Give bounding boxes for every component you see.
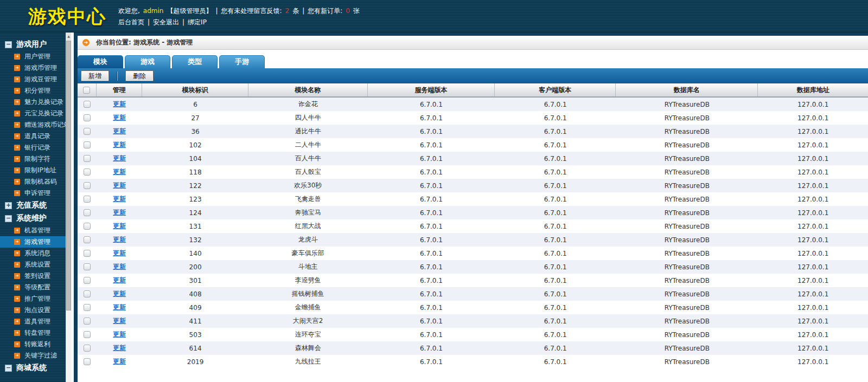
update-link[interactable]: 更新 — [113, 209, 126, 216]
sidebar-entry[interactable]: ➜ 元宝兑换记录 — [0, 108, 66, 119]
client-version: 6.7.0.1 — [495, 236, 616, 244]
row-checkbox[interactable] — [84, 128, 91, 135]
update-link[interactable]: 更新 — [113, 222, 126, 230]
row-checkbox[interactable] — [84, 250, 91, 257]
row-checkbox[interactable] — [84, 182, 91, 189]
sidebar-entry-icon: ➜ — [14, 228, 20, 234]
delete-button[interactable]: 删除 — [125, 70, 154, 81]
db-host: 127.0.0.1 — [758, 263, 868, 271]
add-button[interactable]: 新增 — [81, 70, 109, 81]
row-check-cell — [78, 114, 97, 121]
row-checkbox[interactable] — [84, 209, 91, 216]
sidebar-entry[interactable]: ➜ 限制IP地址 — [0, 165, 66, 176]
update-link[interactable]: 更新 — [113, 358, 126, 365]
row-check-cell — [78, 155, 97, 162]
tab[interactable]: 游戏 — [125, 55, 170, 68]
sidebar-entry[interactable]: ➜ 系统设置 — [0, 259, 66, 270]
sidebar-entry[interactable]: ➜ 魅力兑换记录 — [0, 96, 66, 108]
update-link[interactable]: 更新 — [113, 290, 126, 297]
client-version: 6.7.0.1 — [495, 290, 616, 298]
client-version: 6.7.0.1 — [495, 250, 616, 257]
tab[interactable]: 类型 — [172, 55, 218, 68]
home-link[interactable]: 后台首页 — [118, 17, 144, 28]
update-link[interactable]: 更新 — [113, 114, 126, 121]
row-checkbox[interactable] — [84, 345, 91, 352]
update-link[interactable]: 更新 — [113, 331, 126, 338]
sidebar-entry[interactable]: − 商城系统 — [0, 361, 66, 374]
row-checkbox[interactable] — [84, 236, 91, 243]
sidebar-entry[interactable]: ➜ 转账返利 — [0, 339, 66, 350]
bind-ip-link[interactable]: 绑定IP — [188, 17, 207, 28]
sidebar-entry[interactable]: ➜ 用户管理 — [0, 51, 66, 62]
row-checkbox[interactable] — [84, 290, 91, 297]
row-checkbox[interactable] — [84, 358, 91, 365]
row-checkbox[interactable] — [84, 141, 91, 148]
update-link[interactable]: 更新 — [113, 100, 126, 108]
sidebar-entry[interactable]: ➜ 推广管理 — [0, 293, 66, 305]
module-id: 409 — [142, 304, 248, 312]
sidebar-entry[interactable]: ➜ 系统消息 — [0, 248, 66, 259]
scrollbar-thumb[interactable] — [66, 41, 71, 310]
client-version: 6.7.0.1 — [495, 277, 616, 284]
update-link[interactable]: 更新 — [113, 236, 126, 243]
row-checkbox[interactable] — [84, 169, 91, 176]
row-checkbox[interactable] — [84, 101, 91, 108]
update-link[interactable]: 更新 — [113, 303, 126, 311]
db-name: RYTreasureDB — [616, 345, 758, 352]
sidebar-entry[interactable]: ➜ 道具管理 — [0, 316, 66, 327]
row-checkbox[interactable] — [84, 155, 91, 162]
update-link[interactable]: 更新 — [113, 182, 126, 189]
module-id: 411 — [142, 318, 248, 325]
sidebar-entry[interactable]: − 系统维护 — [0, 212, 66, 225]
sidebar-entry[interactable]: ➜ 转盘管理 — [0, 327, 66, 339]
row-checkbox[interactable] — [84, 114, 91, 121]
sidebar-entry[interactable]: ➜ 等级配置 — [0, 282, 66, 293]
sidebar-entry[interactable]: ➜ 游戏币管理 — [0, 62, 66, 74]
logout-link[interactable]: 安全退出 — [153, 17, 179, 28]
client-version: 6.7.0.1 — [495, 114, 616, 122]
update-link[interactable]: 更新 — [113, 263, 126, 270]
sidebar-entry[interactable]: ➜ 申诉管理 — [0, 187, 66, 199]
tab[interactable]: 手游 — [219, 55, 265, 68]
row-check-cell — [78, 101, 97, 108]
update-link[interactable]: 更新 — [113, 195, 126, 203]
update-link[interactable]: 更新 — [113, 154, 126, 162]
sidebar-entry[interactable]: ➜ 限制字符 — [0, 153, 66, 165]
update-link[interactable]: 更新 — [113, 141, 126, 148]
client-version: 6.7.0.1 — [495, 169, 616, 176]
table-row: 更新 36 通比牛牛 6.7.0.1 6.7.0.1 RYTreasureDB … — [78, 125, 868, 138]
sidebar-entry[interactable]: ➜ 限制机器码 — [0, 176, 66, 187]
row-checkbox[interactable] — [84, 196, 91, 203]
row-checkbox[interactable] — [84, 263, 91, 270]
table-row: 更新 6 诈金花 6.7.0.1 6.7.0.1 RYTreasureDB 12… — [78, 98, 868, 111]
sidebar-entry[interactable]: ➜ 关键字过滤 — [0, 350, 66, 361]
module-name: 森林舞会 — [248, 344, 368, 353]
tab[interactable]: 模块 — [78, 55, 123, 68]
sidebar-entry[interactable]: ➜ 积分管理 — [0, 85, 66, 96]
row-checkbox[interactable] — [84, 331, 91, 338]
row-checkbox[interactable] — [84, 304, 91, 311]
scrollbar-up-icon[interactable]: ▲ — [66, 33, 71, 40]
sidebar-entry[interactable]: ➜ 道具记录 — [0, 131, 66, 142]
row-checkbox[interactable] — [84, 223, 91, 230]
sidebar-entry[interactable]: ➜ 游戏豆管理 — [0, 74, 66, 85]
update-link[interactable]: 更新 — [113, 344, 126, 352]
sidebar-entry[interactable]: − 游戏用户 — [0, 38, 66, 51]
sidebar-entry[interactable]: ➜ 赠送游戏币记录 — [0, 119, 66, 131]
row-checkbox[interactable] — [84, 318, 91, 325]
sidebar-entry[interactable]: ➜ 泡点设置 — [0, 305, 66, 316]
select-all-checkbox[interactable] — [83, 87, 90, 94]
sidebar-entry[interactable]: + 充值系统 — [0, 199, 66, 212]
sidebar-entry[interactable]: ➜ 机器管理 — [0, 225, 66, 236]
table-body: 更新 6 诈金花 6.7.0.1 6.7.0.1 RYTreasureDB 12… — [78, 98, 868, 382]
update-link[interactable]: 更新 — [113, 168, 126, 176]
update-link[interactable]: 更新 — [113, 317, 126, 325]
sidebar-entry[interactable]: ➜ 签到设置 — [0, 270, 66, 282]
sidebar-entry[interactable]: ➜ 游戏管理 — [0, 236, 66, 248]
row-checkbox[interactable] — [84, 277, 91, 284]
update-link[interactable]: 更新 — [113, 276, 126, 284]
sidebar-entry-icon: ➜ — [14, 307, 20, 313]
update-link[interactable]: 更新 — [113, 249, 126, 257]
update-link[interactable]: 更新 — [113, 127, 126, 135]
sidebar-entry[interactable]: ➜ 银行记录 — [0, 142, 66, 153]
